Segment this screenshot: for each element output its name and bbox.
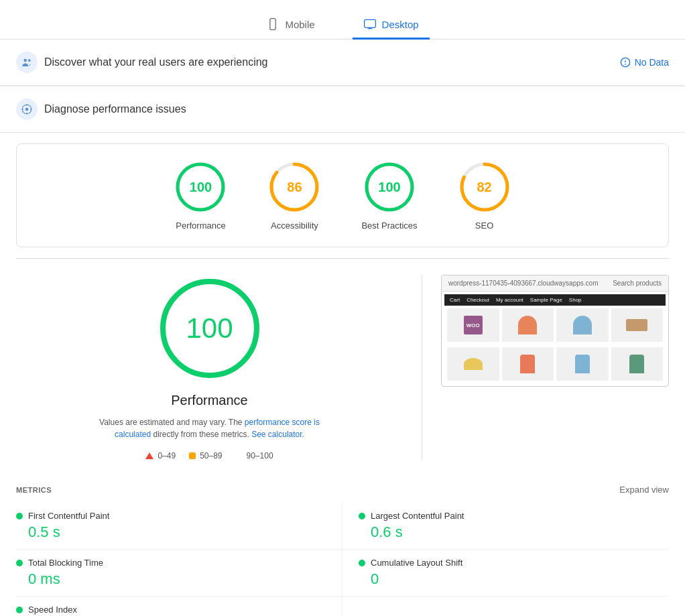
product-bag [611, 308, 664, 342]
metric-value-cls: 0 [359, 570, 669, 588]
site-nav-bar: Cart Checkout My account Sample Page Sho… [444, 294, 666, 306]
metric-dot-cls [359, 560, 365, 566]
left-panel: 100 Performance Values are estimated and… [16, 275, 403, 460]
metric-value-fcp: 0.5 s [16, 523, 326, 541]
product-hoodie [502, 347, 554, 381]
metric-lcp: Largest Contentful Paint 0.6 s [342, 503, 669, 550]
metric-fcp: First Contentful Paint 0.5 s [16, 503, 342, 550]
diagnose-icon [16, 99, 38, 120]
scores-panel: 100 Performance 86 Accessibility [16, 143, 669, 247]
score-accessibility: 86 Accessibility [267, 160, 321, 231]
main-content: 100 Performance Values are estimated and… [0, 259, 685, 477]
svg-rect-0 [270, 19, 275, 30]
score-circle-seo: 82 [458, 160, 511, 214]
expand-view-button[interactable]: Expand view [619, 485, 669, 495]
average-icon [189, 452, 196, 459]
metric-dot-fcp [16, 513, 23, 519]
legend-good: 90–100 [236, 451, 273, 460]
metrics-label: METRICS [16, 486, 52, 494]
diagnose-header: Diagnose performance issues [0, 86, 685, 133]
metric-name-fcp: First Contentful Paint [28, 511, 109, 521]
score-seo: 82 SEO [458, 160, 511, 231]
score-best-practices: 100 Best Practices [361, 160, 417, 231]
tab-desktop[interactable]: Desktop [353, 11, 430, 40]
score-performance: 100 Performance [174, 160, 227, 231]
fail-icon [145, 452, 153, 459]
browser-content: Cart Checkout My account Sample Page Sho… [442, 292, 668, 386]
real-users-header: Discover what your real users are experi… [0, 40, 685, 86]
svg-point-9 [625, 64, 625, 64]
metrics-grid: First Contentful Paint 0.5 s Largest Con… [16, 503, 669, 616]
metric-name-tbt: Total Blocking Time [28, 558, 103, 568]
svg-rect-2 [364, 19, 375, 27]
perf-title: Performance [171, 393, 248, 408]
calculator-link[interactable]: See calculator. [251, 430, 304, 439]
browser-preview: wordpress-1170435-4093667.cloudwaysapps.… [441, 275, 669, 387]
score-circle-performance: 100 [174, 160, 227, 214]
metric-name-si: Speed Index [28, 605, 77, 615]
metric-value-lcp: 0.6 s [359, 523, 669, 541]
top-navigation: Mobile Desktop [0, 0, 685, 40]
real-users-title: Discover what your real users are experi… [44, 56, 613, 68]
vertical-divider [422, 275, 422, 460]
legend-fail: 0–49 [145, 451, 176, 460]
product-jacket [611, 347, 664, 381]
product-grid-row2 [444, 345, 666, 383]
metric-dot-tbt [16, 560, 23, 566]
score-circle-accessibility: 86 [267, 160, 321, 214]
score-legend: 0–49 50–89 90–100 [145, 451, 273, 460]
no-data-button[interactable]: No Data [620, 57, 669, 68]
metric-dot-si [16, 607, 23, 613]
svg-point-6 [28, 59, 31, 62]
metric-tbt: Total Blocking Time 0 ms [16, 550, 342, 597]
browser-bar: wordpress-1170435-4093667.cloudwaysapps.… [442, 275, 668, 292]
metric-cls: Cumulative Layout Shift 0 [342, 550, 669, 597]
perf-desc: Values are estimated and may vary. The p… [89, 416, 330, 440]
metric-dot-lcp [359, 513, 365, 519]
product-hat1 [502, 308, 554, 342]
browser-url: wordpress-1170435-4093667.cloudwaysapps.… [448, 280, 598, 287]
diagnose-section: Diagnose performance issues 100 Performa… [0, 86, 685, 616]
metric-value-tbt: 0 ms [16, 570, 326, 588]
product-grid-row1: WOO [444, 306, 666, 345]
right-panel: wordpress-1170435-4093667.cloudwaysapps.… [441, 275, 669, 460]
svg-point-10 [25, 108, 29, 111]
product-cap [447, 347, 499, 381]
big-score-circle: 100 [156, 275, 263, 382]
metric-name-cls: Cumulative Layout Shift [371, 558, 462, 568]
product-hoodie2 [556, 347, 609, 381]
metrics-header: METRICS Expand view [16, 477, 669, 503]
product-woo: WOO [447, 308, 499, 342]
diagnose-title: Diagnose performance issues [44, 103, 669, 115]
tab-mobile[interactable]: Mobile [255, 11, 325, 40]
metrics-section: METRICS Expand view First Contentful Pai… [0, 477, 685, 616]
score-circle-best-practices: 100 [363, 160, 416, 214]
metric-name-lcp: Largest Contentful Paint [371, 511, 464, 521]
real-users-icon [16, 52, 38, 73]
product-hat2 [556, 308, 609, 342]
svg-point-5 [24, 59, 27, 62]
metric-si: Speed Index 0.5 s [16, 597, 342, 616]
legend-average: 50–89 [189, 451, 222, 460]
good-icon [236, 452, 243, 459]
